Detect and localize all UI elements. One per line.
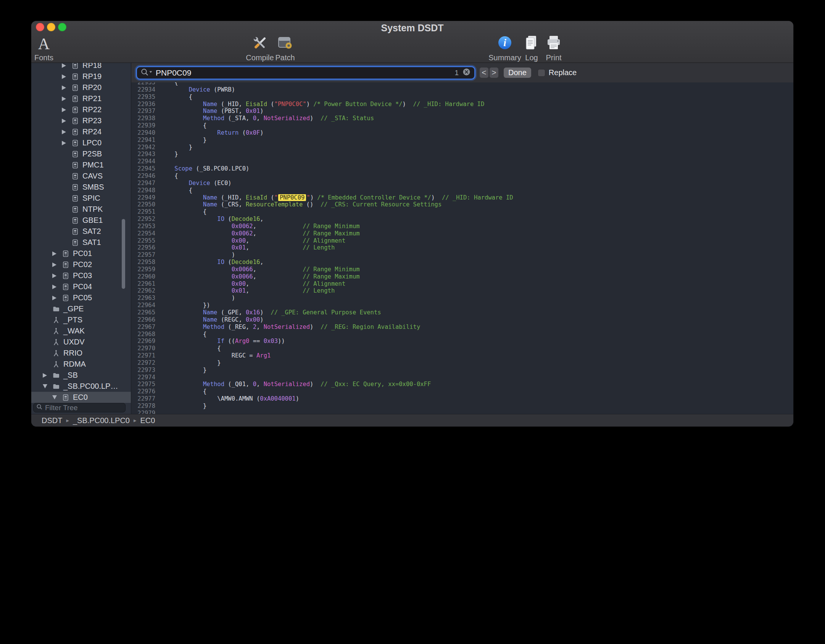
disclosure-collapsed-icon[interactable] [52, 274, 61, 278]
code-line[interactable]: 22974 [131, 374, 793, 381]
code-line[interactable]: 22940 Return (0x0F) [131, 129, 793, 137]
search-field[interactable]: 1 [137, 67, 474, 79]
tree-item-rp24[interactable]: RP24 [31, 126, 131, 137]
code-line[interactable]: 22961 0x00, // Alignment [131, 280, 793, 288]
breadcrumb-item[interactable]: _SB.PC00.LPC0 [73, 416, 130, 425]
code-line[interactable]: 22944 [131, 158, 793, 165]
code-line[interactable]: 22942 } [131, 144, 793, 151]
code-line[interactable]: 22979 [131, 410, 793, 414]
fonts-toolbar-button[interactable]: A Fonts [31, 35, 65, 62]
tree-item-smbs[interactable]: SMBS [31, 182, 131, 193]
disclosure-collapsed-icon[interactable] [52, 285, 61, 289]
code-line[interactable]: 22953 0x0062, // Range Minimum [131, 223, 793, 230]
code-line[interactable]: 22958 IO (Decode16, [131, 259, 793, 266]
code-line[interactable]: 22962 0x01, // Length [131, 287, 793, 295]
code-line[interactable]: 22973 } [131, 367, 793, 374]
disclosure-collapsed-icon[interactable] [52, 262, 61, 267]
code-line[interactable]: 22960 0x0066, // Range Maximum [131, 273, 793, 280]
code-line[interactable]: 22969 If ((Arg0 == 0x03)) [131, 338, 793, 345]
code-line[interactable]: 22968 { [131, 331, 793, 338]
done-button[interactable]: Done [504, 68, 531, 78]
code-line[interactable]: 22978 } [131, 402, 793, 410]
code-line[interactable]: 22939 { [131, 122, 793, 129]
code-line[interactable]: 22945 Scope (_SB.PC00.LPC0) [131, 165, 793, 172]
disclosure-collapsed-icon[interactable] [62, 141, 70, 145]
code-line[interactable]: 22951 { [131, 208, 793, 216]
breadcrumb-item[interactable]: DSDT [42, 416, 62, 425]
code-line[interactable]: 22937 Name (PBST, 0x01) [131, 108, 793, 115]
tree-item-pc01[interactable]: PC01 [31, 248, 131, 259]
code-line[interactable]: 22943 } [131, 151, 793, 158]
code-line[interactable]: 22965 Name (_GPE, 0x16) // _GPE: General… [131, 309, 793, 316]
disclosure-collapsed-icon[interactable] [62, 74, 70, 79]
code-line[interactable]: 22954 0x0062, // Range Maximum [131, 230, 793, 237]
code-line[interactable]: 22934 Device (PWRB) [131, 86, 793, 93]
disclosure-collapsed-icon[interactable] [62, 85, 70, 90]
code-line[interactable]: 22941 } [131, 137, 793, 144]
tree-item-uxdv[interactable]: UXDV [31, 336, 131, 348]
code-line[interactable]: 22933 { [131, 82, 793, 86]
tree-item-rp18[interactable]: RP18 [31, 63, 131, 71]
search-icon[interactable] [140, 68, 153, 78]
tree-item-rp20[interactable]: RP20 [31, 82, 131, 93]
code-line[interactable]: 22967 Method (_REG, 2, NotSerialized) //… [131, 324, 793, 331]
code-line[interactable]: 22970 { [131, 345, 793, 352]
tree-item-lpc0[interactable]: LPC0 [31, 137, 131, 148]
code-line[interactable]: 22966 Name (REGC, 0x00) [131, 316, 793, 324]
disclosure-collapsed-icon[interactable] [62, 130, 70, 134]
patch-toolbar-button[interactable]: Patch [264, 35, 306, 62]
tree-item-cavs[interactable]: CAVS [31, 171, 131, 182]
code-line[interactable]: 22957 ) [131, 251, 793, 259]
tree-item-rp19[interactable]: RP19 [31, 71, 131, 82]
code-line[interactable]: 22971 REGC = Arg1 [131, 352, 793, 359]
tree-item-rp22[interactable]: RP22 [31, 104, 131, 115]
code-line[interactable]: 22950 Name (_CRS, ResourceTemplate () //… [131, 201, 793, 208]
tree-item-pc04[interactable]: PC04 [31, 281, 131, 292]
tree-item-pc02[interactable]: PC02 [31, 259, 131, 270]
tree-item-rp21[interactable]: RP21 [31, 93, 131, 104]
code-line[interactable]: 22956 0x01, // Length [131, 244, 793, 251]
tree-item-ec0[interactable]: EC0 [31, 392, 131, 403]
tree-item-pmc1[interactable]: PMC1 [31, 159, 131, 171]
disclosure-collapsed-icon[interactable] [62, 97, 70, 101]
tree-item-gbe1[interactable]: GBE1 [31, 215, 131, 226]
disclosure-collapsed-icon[interactable] [62, 108, 70, 112]
tree-item-_sb.pc00.lp…[interactable]: _SB.PC00.LP… [31, 381, 131, 392]
tree-item-pc03[interactable]: PC03 [31, 270, 131, 281]
code-line[interactable]: 22935 { [131, 93, 793, 101]
next-match-button[interactable]: > [490, 68, 498, 78]
code-line[interactable]: 22955 0x00, // Alignment [131, 237, 793, 245]
code-line[interactable]: 22946 { [131, 172, 793, 180]
disclosure-expanded-icon[interactable] [52, 395, 61, 399]
tree-item-rdma[interactable]: RDMA [31, 359, 131, 370]
code-line[interactable]: 22964 }) [131, 302, 793, 309]
code-line[interactable]: 22947 Device (EC0) [131, 180, 793, 187]
code-line[interactable]: 22948 { [131, 187, 793, 194]
code-line[interactable]: 22977 \AMW0.AMWN (0xA0040001) [131, 395, 793, 402]
tree-item-p2sb[interactable]: P2SB [31, 148, 131, 159]
tree-item-rrio[interactable]: RRIO [31, 348, 131, 359]
sidebar-scrollbar[interactable] [122, 219, 125, 289]
code-line[interactable]: 22963 ) [131, 295, 793, 302]
tree-item-_sb[interactable]: _SB [31, 370, 131, 381]
code-line[interactable]: 22936 Name (_HID, EisaId ("PNP0C0C") /* … [131, 101, 793, 108]
tree-item-_wak[interactable]: _WAK [31, 325, 131, 336]
tree-item-sat2[interactable]: SAT2 [31, 226, 131, 237]
code-editor[interactable]: 22933 {22934 Device (PWRB)22935 {22936 N… [131, 82, 793, 414]
filter-tree-input[interactable] [45, 404, 122, 412]
clear-search-button[interactable] [462, 68, 471, 78]
tree-item-ntpk[interactable]: NTPK [31, 204, 131, 215]
disclosure-collapsed-icon[interactable] [52, 251, 61, 256]
print-toolbar-button[interactable]: Print [533, 35, 575, 62]
code-line[interactable]: 22972 } [131, 359, 793, 367]
code-line[interactable]: 22938 Method (_STA, 0, NotSerialized) //… [131, 115, 793, 122]
code-line[interactable]: 22975 Method (_Q01, 0, NotSerialized) //… [131, 381, 793, 388]
replace-checkbox[interactable] [538, 69, 545, 77]
code-line[interactable]: 22949 Name (_HID, EisaId ("PNP0C09") /* … [131, 194, 793, 201]
code-line[interactable]: 22952 IO (Decode16, [131, 216, 793, 223]
tree-item-_gpe[interactable]: _GPE [31, 303, 131, 314]
previous-match-button[interactable]: < [480, 68, 488, 78]
disclosure-collapsed-icon[interactable] [62, 119, 70, 123]
disclosure-collapsed-icon[interactable] [52, 296, 61, 300]
code-line[interactable]: 22976 { [131, 388, 793, 395]
